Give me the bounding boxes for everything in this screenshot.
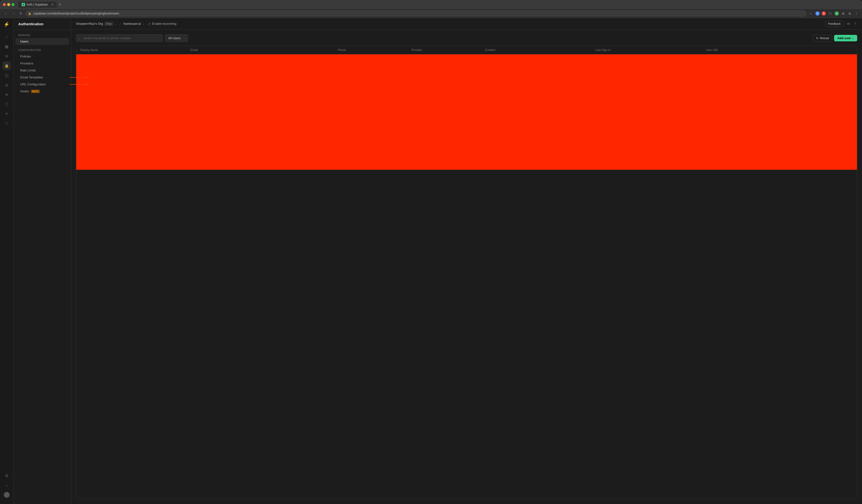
sidebar-item-email-templates[interactable]: Email Templates [15,74,69,81]
manage-section-label: MANAGE [13,30,71,38]
table-icon: ▦ [5,44,9,49]
project-chevron-icon: ⌄ [142,22,144,25]
table-body [76,54,857,170]
project-selector[interactable]: framecast-ai ⌄ [123,22,145,26]
extension1-icon[interactable]: G [815,11,820,16]
users-table: Display Name Email Phone Provider Create… [76,46,857,499]
sidebar-item-reports[interactable]: □ [2,119,11,128]
sidebar-item-storage[interactable]: ◫ [2,71,11,80]
back-button[interactable]: ← [3,11,9,16]
email-templates-label: Email Templates [20,76,43,79]
free-badge: Free [104,22,113,26]
table-data-area [76,54,857,170]
reload-icon: ↻ [816,37,819,40]
realtime-icon: ≋ [5,92,8,97]
sidebar-item-rate-limits[interactable]: Rate Limits [15,67,69,74]
sidebar-item-providers[interactable]: Providers [15,60,69,67]
maximize-traffic-light[interactable] [12,3,14,6]
lock-icon: 🔒 [28,12,31,15]
forward-button[interactable]: → [11,11,16,16]
auth-icon: 🔒 [4,64,9,68]
sidebar-item-users[interactable]: Users [15,38,69,45]
org-selector[interactable]: Sharjeel-Riaz's Org Free ⌄ [76,22,117,26]
sidebar-item-home[interactable]: ⌂ [2,32,11,41]
branch-button[interactable]: ⎇ Enable branching [147,22,176,26]
org-name: Sharjeel-Riaz's Org [76,22,103,26]
settings-icon: ⚙ [5,474,9,478]
col-last-sign-in: Last Sign In [596,48,706,52]
extension2-icon[interactable]: R [822,11,826,16]
rate-limits-label: Rate Limits [20,68,36,72]
sidebar-item-api[interactable]: ⬡ [2,100,11,108]
home-icon: ⌂ [5,35,8,39]
sidebar-item-settings[interactable]: ⚙ [2,471,11,480]
help-header-icon[interactable]: ? [853,21,857,27]
icon-sidebar-items: ⌂ ▦ ⊞ 🔒 ◫ ◎ ≋ [2,32,11,471]
api-icon: ⬡ [5,102,9,107]
header-right: Feedback ✉ ? [825,21,858,27]
filter-select[interactable]: All Users [165,35,188,42]
extension3-icon[interactable]: ⬡ [828,11,833,16]
col-phone: Phone [338,48,411,52]
traffic-lights [3,3,14,6]
edge-icon: ◎ [5,83,9,87]
sidebar-item-database[interactable]: ⊞ [2,52,11,61]
extension5-icon[interactable]: ⊕ [841,11,846,16]
sidebar-item-hooks[interactable]: Hooks BETA [15,88,69,95]
browser-actions: ☆ G R ⬡ S ⊕ ⧉ ⋮ [808,11,859,16]
add-user-button[interactable]: Add user ⌄ [834,35,857,41]
logo[interactable]: ⚡ [3,21,10,28]
left-sidebar: Authentication MANAGE Users CONFIGURATIO… [13,18,71,504]
right-toolbar: ↻ Reload Add user ⌄ [813,35,857,42]
avatar-icon: S [4,492,10,498]
col-provider: Provider [411,48,485,52]
sidebar-item-edge[interactable]: ◎ [2,81,11,89]
providers-label: Providers [20,62,34,65]
search-icon: ⌕ [78,36,80,40]
table-header: Display Name Email Phone Provider Create… [76,46,857,54]
tab-close-button[interactable]: ✕ [51,3,53,6]
logs-icon: ≡ [5,111,8,116]
search-input[interactable] [76,35,162,42]
sidebar-title: Authentication [13,18,71,30]
tab-title: Auth | Supabase [26,3,48,6]
sidebar-item-realtime[interactable]: ≋ [2,90,11,99]
storage-icon: ◫ [5,73,9,78]
configuration-section-label: CONFIGURATION [13,45,71,53]
sidebar-item-logs[interactable]: ≡ [2,109,11,118]
sidebar-item-url-configuration[interactable]: URL Configuration [15,81,69,88]
sidebar-item-user-avatar[interactable]: S [2,491,11,499]
sidebar-item-search[interactable]: ⌕ [2,481,11,490]
star-icon[interactable]: ☆ [808,11,813,16]
header-separator: / [120,22,121,26]
menu-icon[interactable]: ⋮ [854,11,859,16]
sidebar-item-policies[interactable]: Policies [15,53,69,60]
extension4-icon[interactable]: S [835,11,839,16]
close-traffic-light[interactable] [3,3,6,6]
url-text: supabase.com/dashboard/project/cuzfbnlqe… [34,12,119,15]
toolbar-row: ⌕ All Users ⌄ ↻ Reload [76,35,857,42]
active-tab[interactable]: S Auth | Supabase ✕ [18,1,57,8]
org-chevron-icon: ⌄ [115,22,117,25]
email-header-icon[interactable]: ✉ [846,21,851,27]
feedback-button[interactable]: Feedback [825,21,844,27]
minimize-traffic-light[interactable] [7,3,10,6]
sidebar-item-table[interactable]: ▦ [2,42,11,51]
users-label: Users [20,40,28,43]
main-content: Sharjeel-Riaz's Org Free ⌄ / framecast-a… [71,18,862,504]
new-tab-button[interactable]: + [58,2,62,7]
content-area: ⌕ All Users ⌄ ↻ Reload [71,29,862,504]
col-created: Created [485,48,596,52]
window-control[interactable]: ⌄ [854,3,859,6]
browser-titlebar: S Auth | Supabase ✕ + ⌄ [0,0,862,9]
reload-button[interactable]: ↻ Reload [813,35,832,42]
top-header: Sharjeel-Riaz's Org Free ⌄ / framecast-a… [71,18,862,29]
branch-icon: ⎇ [147,22,151,26]
address-bar[interactable]: 🔒 supabase.com/dashboard/project/cuzfbnl… [26,11,807,16]
extensions-icon[interactable]: ⧉ [848,11,852,16]
sidebar-item-auth[interactable]: 🔒 [2,61,11,70]
branch-label: Enable branching [152,22,176,26]
add-user-label: Add user [837,36,851,40]
col-email: Email [191,48,338,52]
reload-page-button[interactable]: ↻ [18,11,24,16]
